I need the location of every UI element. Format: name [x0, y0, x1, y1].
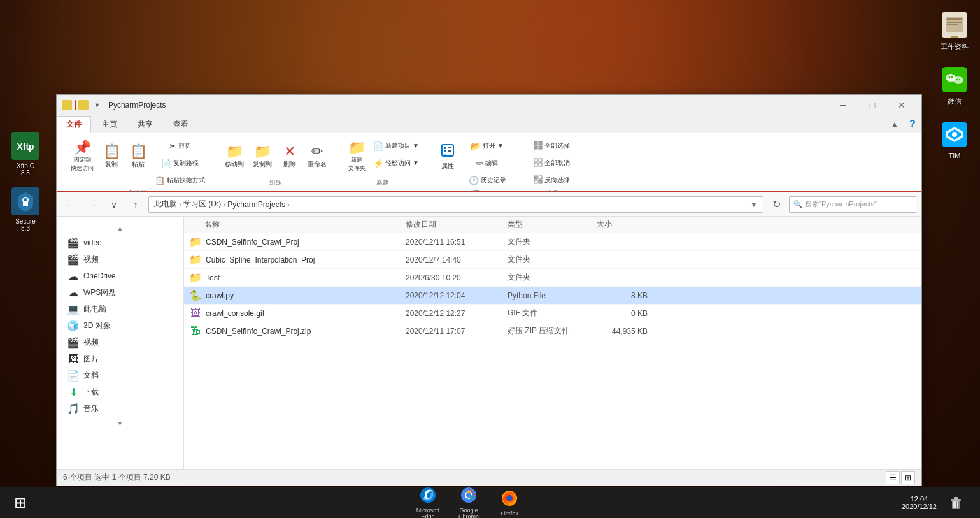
- tab-file[interactable]: 文件: [57, 116, 91, 133]
- maximize-button[interactable]: □: [858, 95, 887, 115]
- copy-path-button[interactable]: 📄 复制路径: [152, 155, 208, 171]
- right-app-wechat[interactable]: 微信: [936, 61, 973, 110]
- copy-button[interactable]: 📋 复制: [99, 138, 124, 176]
- main-area: ▲ 🎬 video 🎬 视频 ☁ OneDrive ☁ WPS网盘 💻 此电脑: [57, 217, 921, 469]
- path-drive[interactable]: 学习区 (D:): [183, 199, 221, 210]
- taskbar-chrome[interactable]: Google Chrome: [450, 489, 488, 517]
- start-button[interactable]: ⊞: [5, 490, 36, 515]
- new-item-button[interactable]: 📄 新建项目 ▼: [371, 138, 422, 154]
- sidebar-item-wps-label: WPS网盘: [83, 287, 116, 298]
- table-row[interactable]: 🗜 CSDN_SelfInfo_Crawl_Proj.zip 2020/12/1…: [184, 322, 921, 340]
- delete-button[interactable]: ✕ 删除: [277, 138, 302, 176]
- title-icon2: [78, 100, 89, 110]
- taskbar-edge[interactable]: MicrosoftEdge: [409, 489, 447, 517]
- grid-view-button[interactable]: ⊞: [901, 471, 915, 484]
- address-path[interactable]: 此电脑 › 学习区 (D:) › PycharmProjects › ▼: [148, 196, 763, 213]
- wechat-icon: [939, 64, 970, 95]
- copy-to-button[interactable]: 📁 复制到: [249, 138, 276, 176]
- folder-title-icon: [62, 100, 72, 110]
- ribbon-collapse-btn[interactable]: ▲: [886, 115, 904, 133]
- chrome-icon: [460, 486, 478, 507]
- close-button[interactable]: ✕: [887, 95, 916, 115]
- paste-shortcut-button[interactable]: 📋 粘贴快捷方式: [152, 172, 208, 189]
- sidebar-item-thispc-label: 此电脑: [83, 304, 106, 315]
- pics-icon: 🖼: [67, 353, 80, 364]
- file-type-0: 文件夹: [508, 236, 597, 247]
- edge-icon: [419, 486, 437, 507]
- sidebar-item-docs[interactable]: 📄 文档: [57, 367, 183, 384]
- right-app-tim[interactable]: TIM: [936, 116, 973, 162]
- invert-icon: [534, 175, 543, 185]
- easy-access-button[interactable]: ⚡ 轻松访问 ▼: [371, 155, 422, 171]
- svg-rect-25: [444, 154, 446, 155]
- search-box[interactable]: 🔍 搜索"PycharmProjects": [789, 196, 916, 213]
- new-folder-button[interactable]: 📁 新建文件夹: [344, 138, 369, 176]
- sidebar-item-music[interactable]: 🎵 音乐: [57, 400, 183, 417]
- sidebar-scroll-up[interactable]: ▲: [57, 222, 183, 234]
- cut-button[interactable]: ✂ 剪切: [152, 138, 208, 154]
- help-button[interactable]: ?: [904, 115, 921, 133]
- col-name[interactable]: 名称: [189, 219, 406, 230]
- dropdown-button[interactable]: ∨: [105, 196, 123, 213]
- pin-button[interactable]: 📌 固定到快速访问: [67, 138, 97, 176]
- invert-select-button[interactable]: 反向选择: [526, 172, 577, 189]
- col-type[interactable]: 类型: [508, 219, 597, 230]
- sidebar-item-3d[interactable]: 🧊 3D 对象: [57, 317, 183, 334]
- select-none-label: 全部取消: [544, 159, 570, 168]
- sidebar-item-downloads[interactable]: ⬇ 下载: [57, 384, 183, 400]
- move-to-button[interactable]: 📁 移动到: [221, 138, 248, 176]
- forward-button[interactable]: →: [83, 196, 101, 213]
- table-row[interactable]: 📁 CSDN_SelfInfo_Crawl_Proj 2020/12/11 16…: [184, 233, 921, 251]
- refresh-button[interactable]: ↻: [767, 196, 785, 213]
- table-row[interactable]: 🖼 crawl_console.gif 2020/12/12 12:27 GIF…: [184, 305, 921, 322]
- svg-point-43: [466, 493, 471, 498]
- video2-icon: 🎬: [67, 336, 80, 349]
- tab-home[interactable]: 主页: [92, 116, 127, 133]
- ribbon-group-organize: 📁 移动到 📁 复制到 ✕ 删除 ✏ 重命名: [216, 135, 336, 189]
- table-row[interactable]: 📁 Test 2020/6/30 10:20 文件夹: [184, 269, 921, 287]
- right-app-tim-label: TIM: [949, 152, 961, 159]
- paste-button[interactable]: 📋 粘贴: [125, 138, 151, 176]
- tab-view[interactable]: 查看: [164, 116, 198, 133]
- cut-icon: ✂: [169, 141, 176, 151]
- select-none-button[interactable]: 全部取消: [526, 155, 577, 171]
- rename-button[interactable]: ✏ 重命名: [304, 138, 330, 176]
- sidebar-scroll-down[interactable]: ▼: [57, 417, 183, 429]
- sidebar-item-video2[interactable]: 🎬 视频: [57, 334, 183, 350]
- new-items: 📁 新建文件夹 📄 新建项目 ▼ ⚡: [344, 138, 422, 178]
- taskbar-firefox[interactable]: Firefox: [490, 489, 529, 517]
- sidebar-item-video[interactable]: 🎬 video: [57, 234, 183, 251]
- new-item-label: 新建项目 ▼: [385, 141, 419, 150]
- path-folder[interactable]: PycharmProjects: [227, 200, 285, 209]
- path-computer[interactable]: 此电脑: [154, 199, 177, 210]
- tab-share[interactable]: 共享: [128, 116, 162, 133]
- table-row[interactable]: 📁 Cubic_Spline_Interpolation_Proj 2020/1…: [184, 251, 921, 269]
- up-button[interactable]: ↑: [127, 196, 145, 213]
- sidebar-item-wps[interactable]: ☁ WPS网盘: [57, 284, 183, 301]
- properties-button[interactable]: 属性: [435, 138, 460, 176]
- sidebar-item-onedrive[interactable]: ☁ OneDrive: [57, 268, 183, 284]
- file-list-header: 名称 修改日期 类型 大小: [184, 217, 921, 233]
- svg-rect-31: [539, 146, 542, 149]
- col-date[interactable]: 修改日期: [406, 219, 508, 230]
- path-expand-btn[interactable]: ▼: [750, 200, 758, 209]
- left-app-xftp[interactable]: Xftp Xftp C8.3: [3, 127, 48, 180]
- history-button[interactable]: 🕐 历史记录: [462, 172, 513, 189]
- back-button[interactable]: ←: [62, 196, 80, 213]
- table-row[interactable]: 🐍 crawl.py 2020/12/12 12:04 Python File …: [184, 287, 921, 305]
- left-app-secure[interactable]: Secure8.3: [3, 183, 48, 235]
- right-app-work[interactable]: 工作资料: [936, 6, 973, 55]
- sidebar: ▲ 🎬 video 🎬 视频 ☁ OneDrive ☁ WPS网盘 💻 此电脑: [57, 217, 184, 469]
- sidebar-item-shipin[interactable]: 🎬 视频: [57, 251, 183, 268]
- svg-rect-26: [448, 147, 451, 148]
- minimize-button[interactable]: ─: [828, 95, 858, 115]
- sidebar-item-pics[interactable]: 🖼 图片: [57, 350, 183, 367]
- open-button[interactable]: 📂 打开 ▼: [462, 138, 513, 154]
- list-view-button[interactable]: ☰: [886, 471, 900, 484]
- col-size[interactable]: 大小: [597, 219, 660, 230]
- sidebar-item-thispc[interactable]: 💻 此电脑: [57, 301, 183, 317]
- sidebar-item-onedrive-label: OneDrive: [83, 271, 116, 280]
- edit-button[interactable]: ✏ 编辑: [462, 155, 513, 171]
- select-all-button[interactable]: 全部选择: [526, 138, 577, 154]
- recycle-bin-taskbar[interactable]: [942, 489, 970, 517]
